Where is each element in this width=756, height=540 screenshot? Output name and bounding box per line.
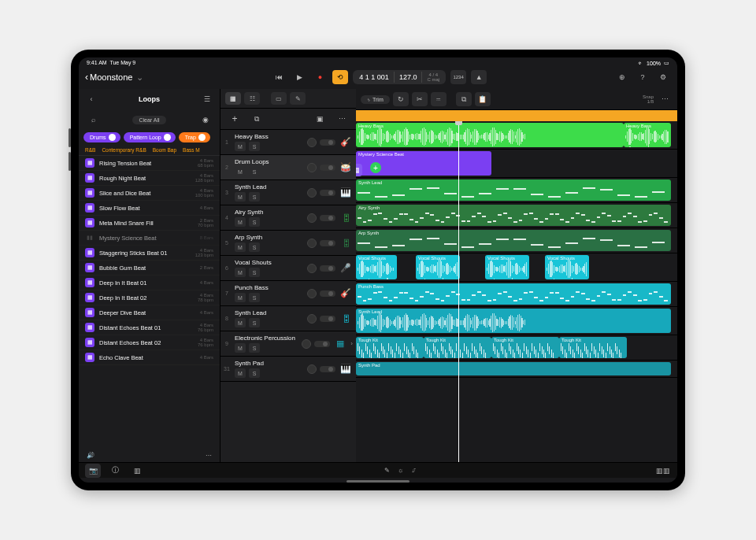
loop-row[interactable]: ▦Echo Clave Beat4 Bars <box>79 350 220 365</box>
instrument-icon[interactable]: 🎸 <box>339 287 353 300</box>
join-icon[interactable]: ⎓ <box>431 92 447 106</box>
loop-row[interactable]: ▮▮Mystery Science Beat8 Bars <box>79 231 220 246</box>
track-header[interactable]: 6Vocal ShoutsMS🎤 <box>220 256 356 281</box>
snap-display[interactable]: Snap1/8 <box>643 94 654 104</box>
region[interactable]: Airy Synth <box>356 205 671 226</box>
category-row[interactable]: R&BContemporary R&BBoom BapBass M <box>79 145 220 156</box>
settings-icon[interactable]: ⚙ <box>655 70 671 84</box>
track-more-icon[interactable]: ⋯ <box>334 112 350 126</box>
region[interactable]: Heavy Bass <box>356 123 624 147</box>
mute-button[interactable]: M <box>235 368 246 378</box>
camera-icon[interactable]: 📷 <box>85 464 101 478</box>
region[interactable]: Synth Pad <box>356 362 671 375</box>
track-header[interactable]: 8Synth LeadMS🎛 <box>220 306 356 331</box>
loop-row[interactable]: ▦Bubble Gum Beat2 Bars <box>79 261 220 276</box>
region[interactable]: Vocal Shouts <box>356 255 397 279</box>
track-lane[interactable]: Synth Pad <box>356 361 677 378</box>
chip-remove-icon[interactable]: × <box>109 134 116 141</box>
track-header[interactable]: 3Synth LeadMS🎹 <box>220 180 356 205</box>
pan-slider[interactable] <box>314 341 330 347</box>
loop-row[interactable]: ▦Deep In It Beat 014 Bars <box>79 276 220 290</box>
track-header[interactable]: 9Electronic PercussionMS▦› <box>220 331 356 357</box>
pan-slider[interactable] <box>320 366 335 372</box>
track-folder-icon[interactable]: ▣ <box>312 112 328 126</box>
instrument-icon[interactable]: 🎹 <box>339 187 353 199</box>
lanes-area[interactable]: Heavy BassHeavy BassMystery Science Beat… <box>356 121 677 462</box>
track-header[interactable]: 5Arp SynthMS🎛 <box>220 231 356 256</box>
instrument-icon[interactable]: 🎛 <box>339 212 353 224</box>
loop-list[interactable]: ▦Rising Tension Beat4 Bars68 bpm▦Rough N… <box>79 156 220 449</box>
track-lane[interactable]: Airy Synth <box>356 203 677 228</box>
ruler[interactable]: 1357911131517 <box>356 110 677 121</box>
sliders-icon[interactable]: ⎎ <box>412 467 416 474</box>
volume-icon[interactable]: 🔊 <box>87 452 94 459</box>
region[interactable]: Synth Lead <box>356 309 671 333</box>
help-icon[interactable]: ? <box>635 70 650 84</box>
track-header[interactable]: 31Synth PadMS🎹 <box>220 357 356 382</box>
track-lane[interactable]: Vocal ShoutsVocal ShoutsVocal ShoutsVoca… <box>356 253 677 282</box>
view-grid-icon[interactable]: ▦ <box>225 92 241 105</box>
view-mixer-icon[interactable]: ☷ <box>244 92 260 105</box>
solo-button[interactable]: S <box>249 318 260 327</box>
pan-slider[interactable] <box>320 290 335 297</box>
trim-tool[interactable]: ᛃ Trim <box>361 95 390 104</box>
volume-knob[interactable] <box>307 138 317 147</box>
instrument-icon[interactable]: 🎹 <box>339 363 353 375</box>
search-icon[interactable]: ⌕ <box>85 113 101 127</box>
pan-slider[interactable] <box>320 240 335 246</box>
volume-knob[interactable] <box>307 188 317 198</box>
pencil-icon[interactable]: ✎ <box>384 467 390 474</box>
mute-button[interactable]: M <box>235 268 246 277</box>
keyboard-icon[interactable]: ▥▥ <box>655 464 671 478</box>
filter-chip[interactable]: Pattern Loop× <box>124 132 176 142</box>
volume-knob[interactable] <box>307 289 317 298</box>
track-lane[interactable]: Mystery Science Beat+▦ <box>356 150 677 178</box>
back-button[interactable]: ‹Moonstone⌄ <box>85 72 143 83</box>
category-item[interactable]: Boom Bap <box>153 147 176 153</box>
solo-button[interactable]: S <box>249 268 260 277</box>
loop-row[interactable]: ▦Deeper Dive Beat4 Bars <box>79 305 220 320</box>
region[interactable]: Vocal Shouts <box>545 255 589 279</box>
pan-slider[interactable] <box>320 139 335 146</box>
scissors-icon[interactable]: ✂ <box>412 92 428 106</box>
loop-tool-icon[interactable]: ↻ <box>393 92 409 106</box>
solo-button[interactable]: S <box>249 217 260 227</box>
duplicate-track-icon[interactable]: ⧉ <box>249 112 265 126</box>
loop-row[interactable]: ▦Meta Mind Snare Fill2 Bars70 bpm <box>79 216 220 231</box>
region[interactable]: Heavy Bass <box>624 123 671 147</box>
region[interactable]: Tough Kit <box>559 337 627 358</box>
cycle-button[interactable]: ⟲ <box>332 70 348 84</box>
clear-all-button[interactable]: Clear All <box>132 116 165 124</box>
volume-knob[interactable] <box>302 339 311 349</box>
track-lane[interactable]: Punch Bass <box>356 282 677 307</box>
pan-slider[interactable] <box>320 265 335 272</box>
loop-row[interactable]: ▦Rough Night Beat4 Bars128 bpm <box>79 171 220 186</box>
lcd-display[interactable]: 4 1 1 001 127.0 4 / 4C maj <box>353 70 446 84</box>
solo-button[interactable]: S <box>249 293 260 302</box>
view-region-icon[interactable]: ▭ <box>271 92 287 105</box>
home-indicator[interactable] <box>346 480 410 483</box>
filter-chip[interactable]: Drums× <box>83 132 120 142</box>
volume-knob[interactable] <box>307 264 317 273</box>
chip-remove-icon[interactable]: × <box>164 134 171 141</box>
instrument-icon[interactable]: 🎛 <box>339 237 353 250</box>
region[interactable]: Tough Kit <box>424 337 491 358</box>
mute-button[interactable]: M <box>235 293 246 302</box>
solo-button[interactable]: S <box>249 142 260 151</box>
play-button[interactable]: ▶ <box>291 70 307 84</box>
loop-row[interactable]: ▦Staggering Sticks Beat 014 Bars123 bpm <box>79 246 220 261</box>
loop-row[interactable]: ▦Slice and Dice Beat4 Bars100 bpm <box>79 186 220 201</box>
pan-slider[interactable] <box>320 190 335 196</box>
countin-button[interactable]: 1234 <box>450 70 466 84</box>
view-automation-icon[interactable]: ✎ <box>290 92 306 105</box>
playhead[interactable] <box>458 121 459 462</box>
loops-more-icon[interactable]: ⋯ <box>206 452 212 459</box>
region[interactable]: Tough Kit <box>491 337 559 358</box>
instrument-icon[interactable]: 🥁 <box>339 161 353 174</box>
solo-button[interactable]: S <box>249 192 260 202</box>
filter-chip[interactable]: Trap× <box>179 132 210 142</box>
add-track-button[interactable]: + <box>227 112 243 126</box>
track-lane[interactable]: Synth Lead <box>356 307 677 335</box>
region[interactable]: Vocal Shouts <box>485 255 529 279</box>
metronome-button[interactable]: ▲ <box>471 70 487 84</box>
